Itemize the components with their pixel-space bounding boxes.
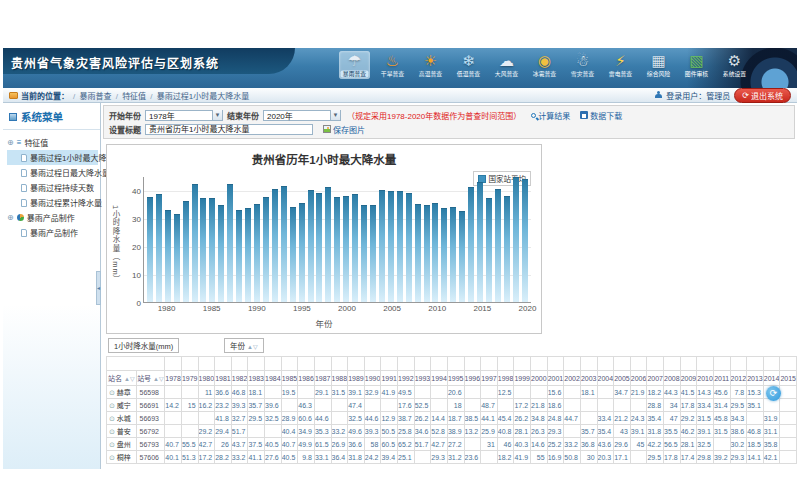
column-header-year-1983[interactable]: 1983 <box>248 371 265 386</box>
logout-button[interactable]: ⟳ 退出系统 <box>734 88 791 103</box>
bar-1989[interactable] <box>245 208 251 302</box>
bar-2006[interactable] <box>397 191 403 302</box>
bar-2020[interactable] <box>522 179 528 302</box>
column-header-year-1995[interactable]: 1995 <box>447 371 464 386</box>
station-expand-icon[interactable]: ⊙ <box>109 428 117 435</box>
column-header-station-name[interactable]: 站名 ▲▽ <box>107 371 137 386</box>
column-header-year-1981[interactable]: 1981 <box>215 371 232 386</box>
toolbar-item-9[interactable]: ▦综合风险 <box>643 51 674 79</box>
sidebar-collapse-handle[interactable]: ◂ <box>96 271 101 305</box>
column-header-year-2000[interactable]: 2000 <box>531 371 548 386</box>
sidebar-group-1[interactable]: ⊕≡特征值 <box>7 135 98 150</box>
sort-icons[interactable]: ▲▽ <box>153 376 164 382</box>
bar-1991[interactable] <box>263 197 269 302</box>
breadcrumb-item-1[interactable]: 暴雨普查 <box>79 92 111 101</box>
start-year-select[interactable]: 1978年 ▼ <box>145 110 223 121</box>
sidebar-item[interactable]: 暴雨产品制作 <box>7 225 98 240</box>
sidebar-item[interactable]: 暴雨过程1小时最大降水量 <box>7 150 98 165</box>
bar-1987[interactable] <box>227 184 233 302</box>
toolbar-item-7[interactable]: ☃雪灾普查 <box>567 51 598 79</box>
breadcrumb-item-3[interactable]: 暴雨过程1小时最大降水量 <box>157 92 249 101</box>
column-header-year-2009[interactable]: 2009 <box>680 371 697 386</box>
column-header-year-1988[interactable]: 1988 <box>331 371 348 386</box>
column-header-station-id[interactable]: 站号 ▲▽ <box>136 371 165 386</box>
toolbar-item-8[interactable]: ⚡雷电普查 <box>605 51 636 79</box>
bar-1983[interactable] <box>192 184 198 302</box>
column-header-year-1997[interactable]: 1997 <box>481 371 498 386</box>
column-header-year-1989[interactable]: 1989 <box>348 371 365 386</box>
bar-2007[interactable] <box>406 193 412 302</box>
calculate-button[interactable]: 计算结果 <box>531 110 570 121</box>
column-header-year-2015[interactable]: 2015 <box>780 371 797 386</box>
download-data-button[interactable]: 数据下载 <box>580 110 622 121</box>
column-header-year-1979[interactable]: 1979 <box>181 371 198 386</box>
year-pivot-pill[interactable]: 年份 ▲▽ <box>224 338 264 353</box>
column-header-year-1994[interactable]: 1994 <box>431 371 448 386</box>
bar-2008[interactable] <box>415 204 421 302</box>
toolbar-item-10[interactable]: ▧图件审核 <box>681 51 712 79</box>
bar-1992[interactable] <box>272 189 278 302</box>
column-header-year-2007[interactable]: 2007 <box>647 371 664 386</box>
column-header-year-2012[interactable]: 2012 <box>730 371 747 386</box>
column-header-year-1978[interactable]: 1978 <box>165 371 182 386</box>
toolbar-item-3[interactable]: ☀高温普查 <box>415 51 446 79</box>
column-header-year-2014[interactable]: 2014 <box>763 371 780 386</box>
bar-1979[interactable] <box>156 194 162 302</box>
station-name-cell[interactable]: ⊙ 威宁 <box>107 399 137 412</box>
bar-2001[interactable] <box>352 194 358 302</box>
bar-1995[interactable] <box>299 203 305 302</box>
bar-1996[interactable] <box>308 190 314 302</box>
bar-1981[interactable] <box>174 214 180 302</box>
bar-2003[interactable] <box>370 205 376 302</box>
bar-2017[interactable] <box>495 189 501 302</box>
toolbar-item-1[interactable]: ☂暴雨普查 <box>339 51 370 79</box>
column-header-year-2011[interactable]: 2011 <box>713 371 730 386</box>
column-header-year-1980[interactable]: 1980 <box>198 371 215 386</box>
station-name-cell[interactable]: ⊙ 普安 <box>107 425 137 438</box>
bar-1998[interactable] <box>325 187 331 302</box>
station-expand-icon[interactable]: ⊙ <box>109 389 117 396</box>
sort-icons[interactable]: ▲▽ <box>124 376 135 382</box>
bar-1980[interactable] <box>165 210 171 302</box>
bar-2018[interactable] <box>504 196 510 302</box>
sidebar-item[interactable]: 暴雨过程累计降水量 <box>7 195 98 210</box>
expand-icon[interactable]: ⊕ <box>7 213 14 222</box>
sidebar-item[interactable]: 暴雨过程持续天数 <box>7 180 98 195</box>
station-expand-icon[interactable]: ⊙ <box>109 454 117 461</box>
column-header-year-2005[interactable]: 2005 <box>614 371 631 386</box>
column-header-year-1982[interactable]: 1982 <box>231 371 248 386</box>
refresh-icon[interactable]: ⟳ <box>766 386 781 401</box>
toolbar-item-5[interactable]: ☁大风普查 <box>491 51 522 79</box>
bar-1978[interactable] <box>147 197 153 302</box>
save-image-button[interactable]: 保存图片 <box>323 124 365 135</box>
bar-1984[interactable] <box>200 198 206 302</box>
bar-1993[interactable] <box>281 186 287 302</box>
station-expand-icon[interactable]: ⊙ <box>109 415 117 422</box>
column-header-year-1991[interactable]: 1991 <box>381 371 398 386</box>
bar-2010[interactable] <box>432 203 438 302</box>
toolbar-item-2[interactable]: ♨干旱普查 <box>377 51 408 79</box>
bar-2012[interactable] <box>450 207 456 302</box>
breadcrumb-item-2[interactable]: 特征值 <box>122 92 146 101</box>
sidebar-group-2[interactable]: ⊕暴雨产品制作 <box>7 210 98 225</box>
column-header-year-2010[interactable]: 2010 <box>697 371 714 386</box>
toolbar-item-11[interactable]: ⚙系统设置 <box>719 51 750 79</box>
column-header-year-2003[interactable]: 2003 <box>580 371 597 386</box>
column-header-year-2006[interactable]: 2006 <box>630 371 647 386</box>
station-name-cell[interactable]: ⊙ 桐梓 <box>107 451 137 464</box>
toolbar-item-6[interactable]: ◉冰雹普查 <box>529 51 560 79</box>
bar-2019[interactable] <box>513 177 519 302</box>
column-header-year-1985[interactable]: 1985 <box>281 371 298 386</box>
station-name-cell[interactable]: ⊙ 水城 <box>107 412 137 425</box>
bar-1985[interactable] <box>209 198 215 302</box>
station-expand-icon[interactable]: ⊙ <box>109 402 117 409</box>
expand-icon[interactable]: ⊕ <box>7 138 14 147</box>
bar-2013[interactable] <box>459 211 465 302</box>
station-name-cell[interactable]: ⊙ 赫章 <box>107 386 137 399</box>
sidebar-item[interactable]: 暴雨过程日最大降水量 <box>7 165 98 180</box>
column-header-year-2001[interactable]: 2001 <box>547 371 564 386</box>
bar-1999[interactable] <box>334 197 340 302</box>
column-header-year-1996[interactable]: 1996 <box>464 371 481 386</box>
column-header-year-2013[interactable]: 2013 <box>747 371 764 386</box>
bar-1990[interactable] <box>254 204 260 302</box>
